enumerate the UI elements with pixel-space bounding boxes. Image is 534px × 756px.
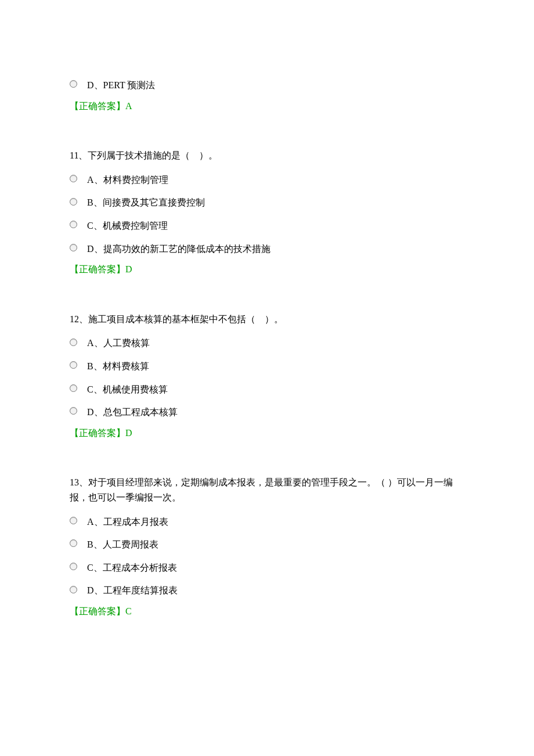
- radio-wrap: [70, 221, 87, 228]
- radio-wrap: [70, 586, 87, 593]
- question-12-text: 12、施工项目成本核算的基本框架中不包括（ ）。: [70, 312, 464, 327]
- option-text-c: C、机械使用费核算: [87, 380, 168, 397]
- option-row-d[interactable]: D、总包工程成本核算: [70, 402, 464, 420]
- radio-wrap: [70, 198, 87, 206]
- option-row-a[interactable]: A、工程成本月报表: [70, 512, 464, 530]
- option-row-d[interactable]: D、PERT 预测法: [70, 75, 464, 93]
- correct-answer: 【正确答案】C: [70, 604, 464, 619]
- option-text-b: B、人工费周报表: [87, 535, 158, 552]
- option-text-d: D、提高功效的新工艺的降低成本的技术措施: [87, 239, 270, 257]
- option-row-d[interactable]: D、工程年度结算报表: [70, 581, 464, 598]
- question-11-block: 11、下列属于技术措施的是（ ）。 A、材料费控制管理 B、间接费及其它直接费控…: [70, 148, 464, 277]
- option-text-d: D、工程年度结算报表: [87, 581, 178, 598]
- option-text-c: C、工程成本分析报表: [87, 558, 177, 575]
- radio-icon[interactable]: [70, 539, 77, 547]
- question-11-text: 11、下列属于技术措施的是（ ）。: [70, 148, 464, 163]
- option-row-b[interactable]: B、材料费核算: [70, 357, 464, 374]
- radio-icon[interactable]: [70, 586, 77, 593]
- radio-icon[interactable]: [70, 563, 77, 570]
- option-row-a[interactable]: A、人工费核算: [70, 333, 464, 351]
- correct-answer: 【正确答案】A: [70, 99, 464, 114]
- option-text-b: B、材料费核算: [87, 357, 149, 374]
- question-13-text: 13、对于项目经理部来说，定期编制成本报表，是最重要的管理手段之一。（ ）可以一…: [70, 475, 464, 505]
- option-row-b[interactable]: B、间接费及其它直接费控制: [70, 193, 464, 210]
- radio-icon[interactable]: [70, 80, 77, 88]
- option-text-d: D、总包工程成本核算: [87, 402, 178, 420]
- option-row-b[interactable]: B、人工费周报表: [70, 535, 464, 552]
- radio-wrap: [70, 563, 87, 570]
- option-row-d[interactable]: D、提高功效的新工艺的降低成本的技术措施: [70, 239, 464, 257]
- question-13-block: 13、对于项目经理部来说，定期编制成本报表，是最重要的管理手段之一。（ ）可以一…: [70, 475, 464, 618]
- option-text-a: A、人工费核算: [87, 333, 150, 351]
- orphan-block: D、PERT 预测法 【正确答案】A: [70, 75, 464, 113]
- radio-icon[interactable]: [70, 221, 77, 228]
- radio-icon[interactable]: [70, 384, 77, 392]
- radio-wrap: [70, 384, 87, 392]
- correct-answer: 【正确答案】D: [70, 262, 464, 277]
- radio-wrap: [70, 80, 87, 88]
- option-text-a: A、工程成本月报表: [87, 512, 168, 530]
- radio-icon[interactable]: [70, 517, 77, 524]
- option-row-a[interactable]: A、材料费控制管理: [70, 170, 464, 188]
- radio-wrap: [70, 175, 87, 182]
- option-text-b: B、间接费及其它直接费控制: [87, 193, 205, 210]
- radio-wrap: [70, 361, 87, 369]
- correct-answer: 【正确答案】D: [70, 426, 464, 441]
- option-text-d: D、PERT 预测法: [87, 75, 155, 93]
- radio-wrap: [70, 539, 87, 547]
- option-row-c[interactable]: C、工程成本分析报表: [70, 558, 464, 575]
- radio-wrap: [70, 517, 87, 524]
- option-row-c[interactable]: C、机械使用费核算: [70, 380, 464, 397]
- question-12-block: 12、施工项目成本核算的基本框架中不包括（ ）。 A、人工费核算 B、材料费核算…: [70, 312, 464, 441]
- radio-icon[interactable]: [70, 361, 77, 369]
- radio-icon[interactable]: [70, 407, 77, 415]
- radio-icon[interactable]: [70, 339, 77, 346]
- option-text-c: C、机械费控制管理: [87, 216, 168, 233]
- radio-icon[interactable]: [70, 244, 77, 251]
- option-text-a: A、材料费控制管理: [87, 170, 168, 188]
- radio-wrap: [70, 339, 87, 346]
- option-row-c[interactable]: C、机械费控制管理: [70, 216, 464, 233]
- radio-wrap: [70, 407, 87, 415]
- radio-icon[interactable]: [70, 198, 77, 206]
- radio-wrap: [70, 244, 87, 251]
- radio-icon[interactable]: [70, 175, 77, 182]
